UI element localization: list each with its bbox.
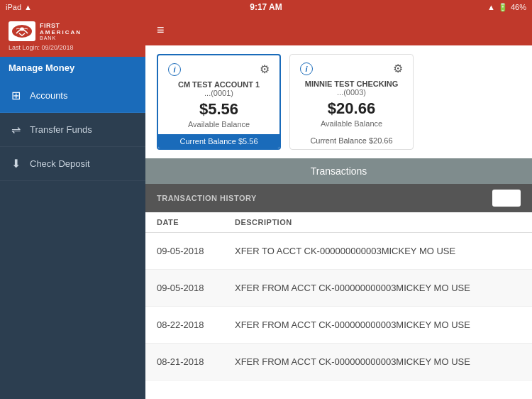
top-bar: ≡ xyxy=(145,14,532,45)
col-date-header: DATE xyxy=(157,218,235,226)
table-row: 09-05-2018 XFER FROM ACCT CK-00000000000… xyxy=(145,270,532,307)
transaction-rows: 09-05-2018 XFER TO ACCT CK-000000000003M… xyxy=(145,233,532,381)
tx-desc-1: XFER FROM ACCT CK-000000000003MICKEY MO … xyxy=(235,283,521,293)
account-balance-1: $20.66 xyxy=(300,99,403,118)
account-info-icon-0[interactable]: i xyxy=(168,63,181,76)
sidebar-item-accounts[interactable]: ⊞ Accounts xyxy=(0,79,145,113)
last-login: Last Login: 09/20/2018 xyxy=(9,44,137,51)
location-icon: ▲ xyxy=(487,3,495,11)
check-deposit-label: Check Deposit xyxy=(30,158,90,169)
deposit-icon: ⬇ xyxy=(9,157,23,170)
account-number-0: ...(0001) xyxy=(168,89,270,97)
card-info-1: i xyxy=(300,62,313,75)
account-name-1: MINNIE TEST CHECKING xyxy=(300,80,403,88)
battery-level: 46% xyxy=(511,3,526,11)
logo-first: FIRST xyxy=(40,22,82,29)
bank-logo-icon xyxy=(9,21,35,41)
account-number-1: ...(0003) xyxy=(300,88,403,97)
sidebar-item-check-deposit[interactable]: ⬇ Check Deposit xyxy=(0,147,145,181)
transaction-history-label: TRANSACTION HISTORY xyxy=(157,194,257,202)
sidebar: FIRST AMERICAN BANK Last Login: 09/20/20… xyxy=(0,14,145,399)
table-row: 08-22-2018 XFER FROM ACCT CK-00000000000… xyxy=(145,307,532,344)
transfer-label: Transfer Funds xyxy=(30,124,92,135)
transaction-search-box[interactable] xyxy=(492,190,521,207)
tx-date-1: 09-05-2018 xyxy=(157,283,235,293)
account-balance-0: $5.56 xyxy=(168,100,270,119)
account-info-icon-1[interactable]: i xyxy=(300,62,313,75)
account-settings-icon-1[interactable]: ⚙ xyxy=(393,62,403,75)
account-name-0: CM TEST ACCOUNT 1 xyxy=(168,80,270,89)
accounts-area: i ⚙ CM TEST ACCOUNT 1 ...(0001) $5.56 Av… xyxy=(145,45,532,158)
tx-desc-2: XFER FROM ACCT CK-000000000003MICKEY MO … xyxy=(235,319,521,330)
card-info-0: i xyxy=(168,63,181,76)
device-label: iPad xyxy=(6,3,21,11)
current-balance-bar-1: Current Balance $20.66 xyxy=(290,133,413,148)
logo-american: AMERICAN xyxy=(40,29,82,35)
sidebar-item-transfer-funds[interactable]: ⇌ Transfer Funds xyxy=(0,113,145,147)
logo-text: FIRST AMERICAN BANK xyxy=(40,22,82,40)
sidebar-nav: ⊞ Accounts ⇌ Transfer Funds ⬇ Check Depo… xyxy=(0,79,145,399)
transaction-table: DATE DESCRIPTION 09-05-2018 XFER TO ACCT… xyxy=(145,212,532,399)
table-header: DATE DESCRIPTION xyxy=(145,212,532,233)
time-display: 9:17 AM xyxy=(250,2,282,12)
account-card-0[interactable]: i ⚙ CM TEST ACCOUNT 1 ...(0001) $5.56 Av… xyxy=(157,54,281,150)
transactions-title: Transactions xyxy=(311,165,367,177)
table-row: 09-05-2018 XFER TO ACCT CK-000000000003M… xyxy=(145,233,532,270)
current-balance-bar-0: Current Balance $5.56 xyxy=(158,134,279,148)
logo-bank: BANK xyxy=(40,35,82,40)
col-description-header: DESCRIPTION xyxy=(235,218,521,226)
balance-label-0: Available Balance xyxy=(168,120,270,129)
status-bar: iPad ▲ 9:17 AM ▲ 🔋 46% xyxy=(0,0,532,14)
account-card-1[interactable]: i ⚙ MINNIE TEST CHECKING ...(0003) $20.6… xyxy=(289,54,414,150)
tx-date-2: 08-22-2018 xyxy=(157,319,235,330)
tx-date-3: 08-21-2018 xyxy=(157,356,235,367)
card-header-1: i ⚙ xyxy=(300,62,403,75)
transfer-icon: ⇌ xyxy=(9,123,23,136)
balance-label-1: Available Balance xyxy=(300,119,403,128)
hamburger-menu[interactable]: ≡ xyxy=(157,23,165,38)
account-settings-icon-0[interactable]: ⚙ xyxy=(260,62,270,76)
tx-date-0: 09-05-2018 xyxy=(157,246,235,256)
main-content: ≡ i ⚙ CM TEST ACCOUNT 1 ...(0001) $5.56 … xyxy=(145,14,532,399)
accounts-icon: ⊞ xyxy=(9,89,23,102)
accounts-label: Accounts xyxy=(30,90,67,101)
manage-money-title: Manage Money xyxy=(0,57,145,79)
battery-icon: 🔋 xyxy=(498,3,508,12)
wifi-icon: ▲ xyxy=(24,3,32,11)
sidebar-header: FIRST AMERICAN BANK Last Login: 09/20/20… xyxy=(0,14,145,57)
card-header-0: i ⚙ xyxy=(168,62,270,76)
tx-desc-0: XFER TO ACCT CK-000000000003MICKEY MO US… xyxy=(235,246,521,256)
tx-desc-3: XFER FROM ACCT CK-000000000003MICKEY MO … xyxy=(235,356,521,367)
table-row: 08-21-2018 XFER FROM ACCT CK-00000000000… xyxy=(145,344,532,381)
transaction-history-bar: TRANSACTION HISTORY xyxy=(145,184,532,212)
transactions-section-header: Transactions xyxy=(145,158,532,184)
logo-area: FIRST AMERICAN BANK xyxy=(9,21,137,41)
svg-point-1 xyxy=(20,28,24,31)
